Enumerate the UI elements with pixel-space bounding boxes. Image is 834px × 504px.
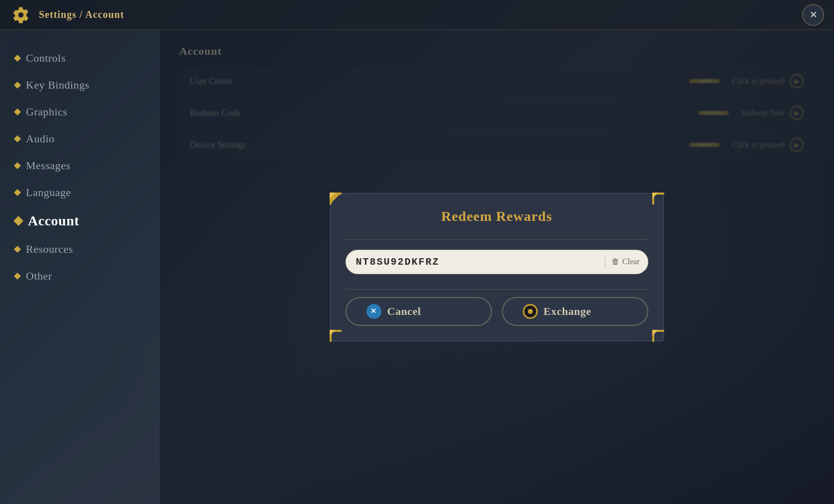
- right-panel: Account User Center Click to proceed ▶ R…: [159, 30, 834, 504]
- sidebar-item-account[interactable]: Account: [0, 206, 159, 236]
- sidebar: Controls Key Bindings Graphics Audio Mes…: [0, 30, 159, 504]
- diamond-icon: [14, 273, 21, 280]
- code-input-row: 🗑 Clear: [346, 250, 648, 274]
- sidebar-item-other[interactable]: Other: [0, 263, 159, 290]
- sidebar-item-label: Controls: [26, 52, 66, 65]
- corner-bl: [330, 330, 342, 342]
- corner-tl: [330, 193, 342, 204]
- cancel-icon: ✕: [366, 304, 381, 319]
- cancel-label: Cancel: [387, 305, 421, 318]
- sidebar-item-label: Resources: [26, 243, 73, 256]
- sidebar-item-resources[interactable]: Resources: [0, 236, 159, 263]
- diamond-icon: [14, 246, 21, 253]
- diamond-icon: [14, 162, 21, 169]
- modal-buttons: ✕ Cancel Exchange: [346, 297, 648, 326]
- close-button[interactable]: ✕: [802, 4, 824, 26]
- sidebar-item-controls[interactable]: Controls: [0, 45, 159, 72]
- cancel-button[interactable]: ✕ Cancel: [346, 297, 492, 326]
- modal-bottom-divider: [346, 289, 648, 290]
- exchange-label: Exchange: [544, 305, 592, 318]
- sidebar-item-label: Key Bindings: [26, 79, 90, 92]
- sidebar-item-label: Other: [26, 270, 52, 283]
- sidebar-item-language[interactable]: Language: [0, 179, 159, 206]
- exchange-icon: [523, 304, 538, 319]
- trash-icon: 🗑: [611, 257, 619, 266]
- sidebar-item-label: Audio: [26, 132, 55, 145]
- clear-button[interactable]: 🗑 Clear: [611, 257, 640, 266]
- corner-tr: [652, 193, 664, 204]
- topbar: Settings / Account ✕: [0, 0, 834, 30]
- topbar-left: Settings / Account: [10, 4, 124, 26]
- diamond-icon: [14, 55, 21, 62]
- sidebar-item-graphics[interactable]: Graphics: [0, 99, 159, 125]
- sidebar-item-messages[interactable]: Messages: [0, 152, 159, 179]
- clear-label: Clear: [622, 257, 640, 266]
- svg-marker-12: [652, 330, 658, 336]
- sidebar-item-key-bindings[interactable]: Key Bindings: [0, 72, 159, 99]
- modal-title: Redeem Rewards: [346, 208, 648, 224]
- diamond-icon: [13, 216, 23, 226]
- redeem-code-input[interactable]: [354, 253, 599, 271]
- diamond-icon: [14, 189, 21, 196]
- main-content: Controls Key Bindings Graphics Audio Mes…: [0, 30, 834, 504]
- gear-svg: [12, 6, 30, 24]
- sidebar-item-label: Language: [26, 186, 71, 199]
- redeem-modal: Redeem Rewards 🗑 Clear ✕: [330, 193, 664, 341]
- input-divider: [605, 255, 605, 268]
- corner-br: [652, 330, 664, 342]
- modal-overlay: Redeem Rewards 🗑 Clear ✕: [159, 30, 834, 504]
- svg-marker-9: [330, 330, 336, 336]
- diamond-icon: [14, 135, 21, 142]
- sidebar-item-label: Account: [28, 213, 79, 229]
- exchange-button[interactable]: Exchange: [502, 297, 648, 326]
- sidebar-item-label: Messages: [26, 159, 71, 172]
- svg-marker-6: [652, 193, 658, 199]
- settings-panel: Settings / Account ✕ Controls Key Bindin…: [0, 0, 834, 504]
- diamond-icon: [14, 82, 21, 89]
- sidebar-item-audio[interactable]: Audio: [0, 125, 159, 152]
- sidebar-item-label: Graphics: [26, 105, 67, 118]
- modal-top-divider: [346, 239, 648, 240]
- breadcrumb: Settings / Account: [39, 9, 124, 20]
- diamond-icon: [14, 108, 21, 115]
- gear-icon: [10, 4, 32, 26]
